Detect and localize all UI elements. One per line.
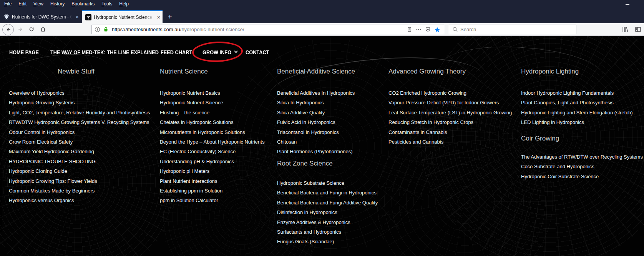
menu-item-leaf-surface-temperature-lst-in-hydroponic-growing[interactable]: Leaf Surface Temperature (LST) in Hydrop… <box>388 110 512 115</box>
mega-menu-column: Hydroponic LightingIndoor Hydroponic Lig… <box>521 36 644 256</box>
medtek-logo-favicon-icon <box>85 14 91 20</box>
minimize-icon <box>625 2 630 7</box>
library-icon <box>622 26 628 33</box>
menu-item-chitosan[interactable]: Chitosan <box>277 139 297 145</box>
menu-item-reducing-stretch-in-hydroponic-crops[interactable]: Reducing Stretch in Hydroponic Crops <box>388 119 473 125</box>
menu-item-hydroponic-cloning-guide[interactable]: Hydroponic Cloning Guide <box>9 168 67 174</box>
tab-close-icon[interactable]: × <box>155 14 163 20</box>
menubar-help[interactable]: Help <box>116 0 132 8</box>
forward-arrow-icon <box>18 26 24 32</box>
menubar-tools[interactable]: Tools <box>98 0 116 8</box>
menu-item-hydroponic-growing-tips-flower-yields[interactable]: Hydroponic Growing Tips: Flower Yields <box>9 178 97 184</box>
menubar-history[interactable]: History <box>47 0 68 8</box>
mega-menu-column: Beneficial Additive ScienceBeneficial Ad… <box>277 36 400 256</box>
back-button[interactable] <box>2 24 14 35</box>
menu-item-rtw-dtw-hydroponic-growing-systems-v-recycling-systems[interactable]: RTW/DTW Hydroponic Growing Systems V. Re… <box>9 119 149 125</box>
tab-title: Hydroponic Nutrient Science | <box>94 15 155 20</box>
tab-close-icon[interactable]: × <box>73 14 81 20</box>
menu-item-fungus-gnats-sciaridae[interactable]: Fungus Gnats (Sciaridae) <box>277 239 334 244</box>
reload-button[interactable] <box>26 24 37 35</box>
menu-item-disinfection-in-hydroponics[interactable]: Disinfection in Hydroponics <box>277 209 337 215</box>
mega-menu-column: Newbie StuffOverview of HydroponicsHydro… <box>0 36 152 256</box>
menu-item-the-advantages-of-rtw-dtw-over-recycling-systems[interactable]: The Advantages of RTW/DTW over Recycling… <box>521 154 643 160</box>
tab-bar: Nutrients for DWC System - Gr × Hydropon… <box>0 8 644 23</box>
bookmark-star-icon[interactable] <box>434 27 440 33</box>
menu-item-hydroponic-coir-substrate-science[interactable]: Hydroponic Coir Substrate Science <box>521 174 599 179</box>
menu-item-fulvic-acid-in-hydroponics[interactable]: Fulvic Acid in Hydroponics <box>277 119 335 125</box>
tab-nutrients-dwc[interactable]: Nutrients for DWC System - Gr × <box>0 10 81 23</box>
menubar-bookmarks[interactable]: Bookmarks <box>68 0 98 8</box>
menu-item-chelates-in-hydroponic-solutions[interactable]: Chelates in Hydroponic Solutions <box>160 119 234 125</box>
menu-item-hydroponic-lighting-and-stem-elongation-stretch[interactable]: Hydroponic Lighting and Stem Elongation … <box>521 110 633 115</box>
menu-item-led-lighting-in-hydroponics[interactable]: LED Lighting in Hydroponics <box>521 119 584 125</box>
menu-item-coco-substrate-and-hydroponics[interactable]: Coco Substrate and Hydroponics <box>521 164 594 169</box>
menu-item-triacontanol-in-hydroponics[interactable]: Triacontanol in Hydroponics <box>277 129 339 135</box>
menu-item-grow-room-electrical-safety[interactable]: Grow Room Electrical Safety <box>9 139 73 145</box>
menu-item-silica-in-hydroponics[interactable]: Silica In Hydroponics <box>277 100 324 105</box>
sidebar-toggle-button[interactable] <box>632 24 643 35</box>
menu-item-understanding-ph-hydroponics[interactable]: Understanding pH & Hydroponics <box>160 159 234 164</box>
navigation-toolbar: https://medteknutrients.com.au/hydroponi… <box>0 23 644 36</box>
menu-item-beneficial-bacteria-and-fungi-additive-quality[interactable]: Beneficial Bacteria and Fungi Additive Q… <box>277 200 378 206</box>
https-padlock-icon[interactable] <box>103 27 109 32</box>
menu-item-pesticides-and-cannabis[interactable]: Pesticides and Cannabis <box>388 139 443 145</box>
url-host: https://medteknutrients.com.au <box>112 27 180 32</box>
tab-title: Nutrients for DWC System - Gr <box>12 14 73 20</box>
menu-item-hydroponic-trouble-shooting[interactable]: HYDROPONIC TROUBLE SHOOTING <box>9 159 96 164</box>
menu-item-flushing-the-science[interactable]: Flushing – the science <box>160 110 209 115</box>
menu-item-ec-electric-conductivity-science[interactable]: EC (Electric Conductivity) Science <box>160 149 236 154</box>
menu-item-contaminants-in-cannabis[interactable]: Contaminants in Cannabis <box>388 129 447 135</box>
menu-item-beneficial-additives-in-hydroponics[interactable]: Beneficial Additives In Hydroponics <box>277 90 355 96</box>
tab-hydroponic-nutrient-science[interactable]: Hydroponic Nutrient Science | × <box>82 10 163 23</box>
url-text: https://medteknutrients.com.au/hydroponi… <box>112 27 407 32</box>
search-input[interactable]: Search <box>449 25 576 34</box>
menubar-view[interactable]: View <box>30 0 47 8</box>
menu-item-maximum-yield-hydroponic-gardening[interactable]: Maximum Yield Hydroponic Gardening <box>9 149 94 154</box>
site-info-icon[interactable] <box>95 27 100 32</box>
menu-item-indoor-hydroponic-lighting-fundamentals[interactable]: Indoor Hydroponic Lighting Fundamentals <box>521 90 614 96</box>
mega-menu-column: Advanced Growing TheoryCO2 Enriched Hydr… <box>388 36 515 256</box>
mega-menu-column: Nutrient ScienceHydroponic Nutrient Basi… <box>160 36 283 256</box>
menu-item-establishing-ppm-in-solution[interactable]: Establishing ppm in Solution <box>160 188 222 194</box>
menu-item-plant-hormones-phytohormones[interactable]: Plant Hormones (Phytohormones) <box>277 149 353 154</box>
menu-item-beyond-the-hype-about-hydroponic-nutrients[interactable]: Beyond the Hype – About Hydroponic Nutri… <box>160 139 264 145</box>
menu-item-hydroponics-versus-organics[interactable]: Hydroponics versus Organics <box>9 197 74 203</box>
minimize-button[interactable] <box>622 0 633 8</box>
new-tab-button[interactable]: + <box>164 10 175 23</box>
menu-item-surfactants-and-hydroponics[interactable]: Surfactants and Hydroponics <box>277 229 341 235</box>
library-button[interactable] <box>619 24 630 35</box>
menu-item-enzyme-additives-hydroponics[interactable]: Enzyme Additives & Hydroponics <box>277 219 350 225</box>
menu-item-light-co2-temperature-relative-humidity-and-photosynthesis[interactable]: Light, CO2, Temperature, Relative Humidi… <box>9 110 150 115</box>
page-actions-dots-icon[interactable] <box>416 27 422 32</box>
menu-item-silica-additive-quality[interactable]: Silica Additive Quality <box>277 110 325 115</box>
menu-item-hydroponic-nutrient-basics[interactable]: Hydroponic Nutrient Basics <box>160 90 220 96</box>
menu-item-beneficial-bacteria-and-fungi-in-hydroponics[interactable]: Beneficial Bacteria and Fungi in Hydropo… <box>277 190 377 196</box>
url-path: /hydroponic-nutrient-science/ <box>180 27 244 32</box>
menu-item-hydroponic-nutrient-science[interactable]: Hydroponic Nutrient Science <box>160 100 223 105</box>
menu-item-co2-enriched-hydroponic-growing[interactable]: CO2 Enriched Hydroponic Growing <box>388 90 466 96</box>
search-placeholder: Search <box>460 27 476 32</box>
section-title-root-zone-science: Root Zone Science <box>277 160 333 167</box>
url-bar[interactable]: https://medteknutrients.com.au/hydroponi… <box>91 25 444 34</box>
menu-item-hydroponic-substrate-science[interactable]: Hydroponic Substrate Science <box>277 180 344 186</box>
home-button[interactable] <box>38 24 48 35</box>
menu-item-odour-control-in-hydroponics[interactable]: Odour Control in Hydroponics <box>9 129 75 135</box>
menu-item-overview-of-hydroponics[interactable]: Overview of Hydroponics <box>9 90 65 96</box>
menu-item-ppm-in-solution-calculator[interactable]: ppm in Solution Calculator <box>160 197 218 203</box>
leaf-favicon-icon <box>3 14 10 20</box>
section-title-coir-growing: Coir Growing <box>521 135 559 142</box>
menu-item-common-mistakes-made-by-beginners[interactable]: Common Mistakes Made by Beginners <box>9 188 95 194</box>
menu-item-hydroponic-growing-systems[interactable]: Hydroponic Growing Systems <box>9 100 75 105</box>
menu-item-vapour-pressure-deficit-vpd-for-indoor-growers[interactable]: Vapour Pressure Deficit (VPD) for Indoor… <box>388 100 499 105</box>
menu-item-plant-nutrient-interactions[interactable]: Plant Nutrient Interactions <box>160 178 217 184</box>
menubar-file[interactable]: File <box>1 0 15 8</box>
menu-item-hydroponic-ph-meters[interactable]: Hydroponic pH Meters <box>160 168 209 174</box>
menu-item-plant-canopies-light-and-photosynthesis[interactable]: Plant Canopies, Light and Photosynthesis <box>521 100 614 105</box>
pocket-icon[interactable] <box>425 27 431 32</box>
forward-button[interactable] <box>15 24 26 35</box>
menu-item-micronutrients-in-hydroponic-solutions[interactable]: Micronutrients in Hydroponic Solutions <box>160 129 245 135</box>
reader-mode-icon[interactable] <box>407 27 412 32</box>
menubar-edit[interactable]: Edit <box>15 0 30 8</box>
home-icon <box>40 26 46 32</box>
browser-window: FileEditViewHistoryBookmarksToolsHelp Nu… <box>0 0 644 256</box>
